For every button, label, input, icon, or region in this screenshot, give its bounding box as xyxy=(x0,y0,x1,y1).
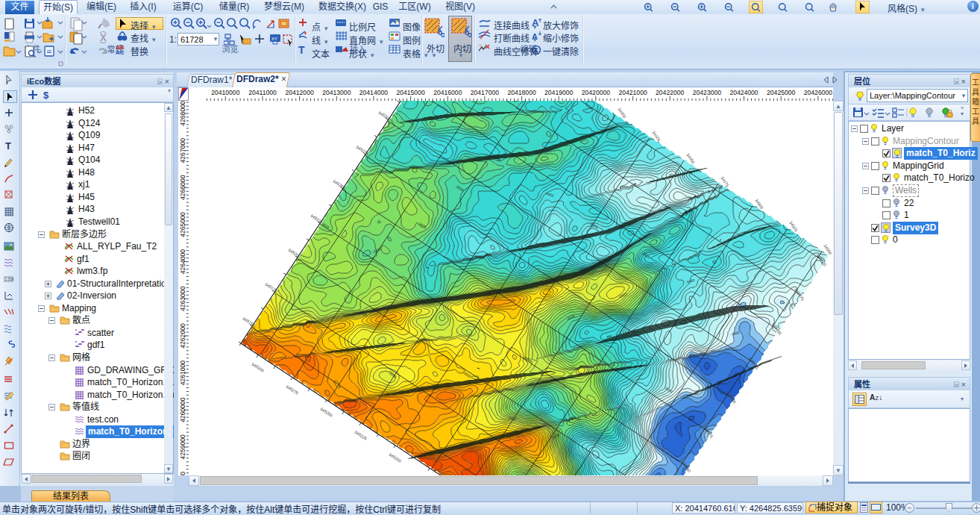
svg-text:20410000: 20410000 xyxy=(211,89,239,96)
svg-text:4258000: 4258000 xyxy=(179,472,186,475)
svg-text:645200: 645200 xyxy=(388,452,402,464)
svg-text:1:500: 1:500 xyxy=(5,278,14,281)
svg-text:20413000: 20413000 xyxy=(322,89,351,96)
svg-text:20415000: 20415000 xyxy=(396,89,424,96)
svg-text:20422000: 20422000 xyxy=(656,89,684,96)
svg-text:645175: 645175 xyxy=(264,282,278,293)
svg-text:20417000: 20417000 xyxy=(471,89,499,96)
svg-text:20416000: 20416000 xyxy=(433,89,462,96)
svg-text:T: T xyxy=(5,140,11,152)
svg-text:645150: 645150 xyxy=(242,316,256,328)
svg-text:645225: 645225 xyxy=(354,430,368,441)
svg-text:XY: XY xyxy=(271,37,277,41)
svg-text:645250: 645250 xyxy=(332,179,346,190)
svg-text:645300: 645300 xyxy=(251,362,265,373)
svg-text:20414000: 20414000 xyxy=(359,89,388,96)
svg-text:20424000: 20424000 xyxy=(729,89,758,96)
svg-text:20421000: 20421000 xyxy=(618,89,647,96)
svg-text:20418000: 20418000 xyxy=(507,89,535,96)
svg-text:20412000: 20412000 xyxy=(285,89,313,96)
svg-text:20426000: 20426000 xyxy=(804,89,832,96)
svg-text:T: T xyxy=(298,44,305,55)
svg-text:645275: 645275 xyxy=(355,145,369,156)
svg-text:20419000: 20419000 xyxy=(544,89,573,96)
svg-text:20425000: 20425000 xyxy=(767,89,795,96)
svg-text:645200: 645200 xyxy=(287,248,301,259)
svg-text:20411000: 20411000 xyxy=(248,89,277,96)
svg-text:34400: 34400 xyxy=(617,107,627,119)
svg-text:$: $ xyxy=(43,90,49,101)
svg-text:20420000: 20420000 xyxy=(582,89,610,96)
svg-text:20423000: 20423000 xyxy=(693,89,721,96)
svg-text:645275: 645275 xyxy=(285,384,299,396)
svg-text:645300: 645300 xyxy=(377,110,392,122)
svg-text:645250: 645250 xyxy=(319,407,333,418)
